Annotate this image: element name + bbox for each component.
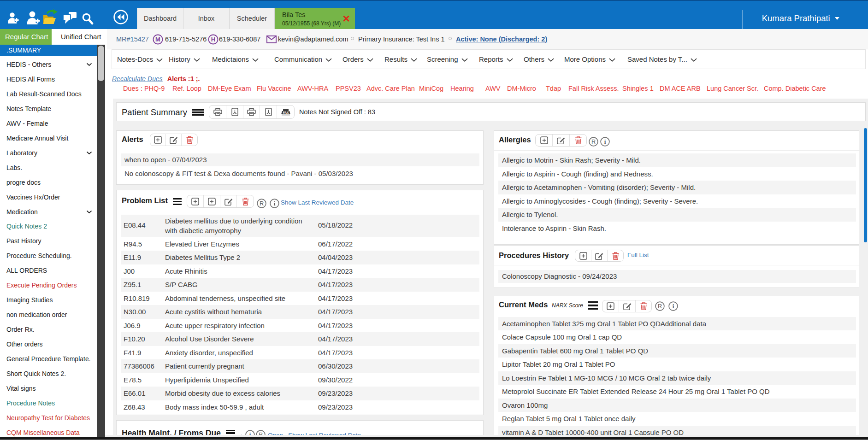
svg-text:M: M <box>155 36 160 43</box>
svg-text:i: i <box>274 200 276 207</box>
svg-text:FAX: FAX <box>283 111 289 114</box>
svg-text:R: R <box>260 200 264 207</box>
svg-text:i: i <box>604 138 606 145</box>
svg-text:H: H <box>211 36 215 43</box>
svg-text:R: R <box>658 303 662 310</box>
svg-text:i: i <box>673 303 674 310</box>
svg-text:R: R <box>591 138 596 145</box>
